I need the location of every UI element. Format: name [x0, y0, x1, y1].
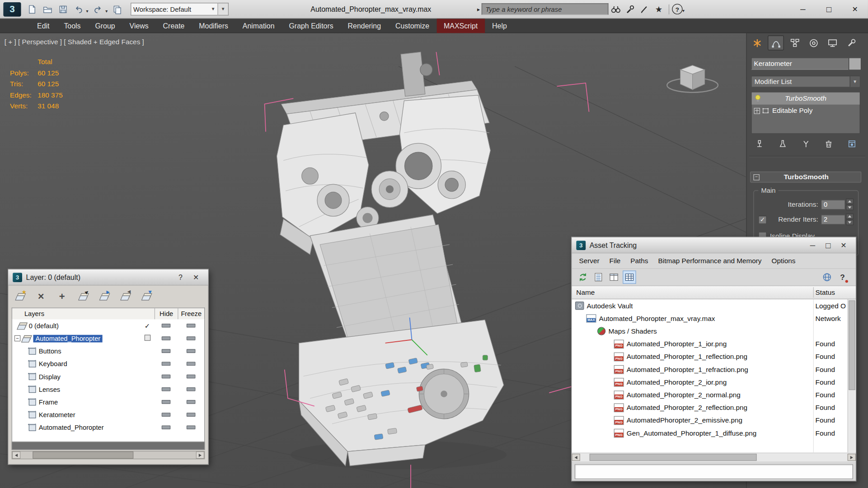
favorites-star-icon[interactable]: ★: [652, 3, 665, 15]
viewcube[interactable]: [662, 53, 723, 104]
minimize-button[interactable]: ─: [790, 0, 816, 18]
freeze-toggle[interactable]: [178, 413, 204, 417]
menu-server[interactable]: Server: [574, 257, 604, 265]
menu-item-animation[interactable]: Animation: [235, 19, 282, 33]
freeze-toggle[interactable]: [178, 362, 204, 366]
freeze-toggle[interactable]: [178, 375, 204, 379]
column-freeze[interactable]: Freeze: [178, 308, 204, 320]
open-file-icon[interactable]: [41, 3, 54, 16]
asset-table-header[interactable]: Name Status: [572, 285, 856, 299]
menu-item-modifiers[interactable]: Modifiers: [192, 19, 235, 33]
asset-row-map[interactable]: PNG Automated_Phoropter_1_reflection.png…: [572, 350, 856, 363]
layer-row-lenses[interactable]: Lenses: [12, 383, 204, 395]
object-name-field[interactable]: [751, 57, 849, 70]
asset-row-maxfile[interactable]: MAX Automated_Phoropter_max_vray.max Net…: [572, 312, 856, 325]
menu-item-create[interactable]: Create: [156, 19, 192, 33]
asset-row-vault[interactable]: Autodesk Vault Logged O: [572, 299, 856, 312]
add-selection-to-layer-icon[interactable]: +: [55, 289, 69, 304]
menu-bitmap-performance[interactable]: Bitmap Performance and Memory: [653, 257, 767, 265]
scroll-left-icon[interactable]: [12, 451, 20, 459]
scroll-right-icon[interactable]: [848, 454, 856, 461]
layer-horizontal-scrollbar[interactable]: [12, 451, 205, 459]
search-arrow-icon[interactable]: ▸: [477, 6, 480, 12]
undo-dropdown-icon[interactable]: ▼: [85, 9, 89, 14]
iterations-spin-up[interactable]: [846, 199, 854, 204]
freeze-unfreeze-layers-icon[interactable]: ▼: [139, 289, 154, 304]
render-iters-checkbox[interactable]: ✓: [758, 215, 766, 223]
3dsmax-logo-icon[interactable]: 3: [3, 2, 21, 16]
asset-row-map[interactable]: PNG Automated_Phoropter_2_ior.png Found: [572, 376, 856, 388]
create-new-layer-icon[interactable]: ★: [13, 289, 27, 304]
help-icon[interactable]: ? ▼: [672, 4, 686, 14]
asset-row-map[interactable]: PNG Gen_Automated_Phoropter_1_diffuse.pn…: [572, 427, 856, 439]
freeze-toggle[interactable]: [178, 387, 204, 391]
scroll-right-icon[interactable]: [196, 451, 204, 459]
object-color-swatch[interactable]: [849, 57, 861, 70]
hide-toggle[interactable]: [155, 324, 178, 328]
render-iters-spin-up[interactable]: [846, 214, 854, 219]
layer-row-display[interactable]: Display: [12, 370, 204, 383]
layer-row-buttons[interactable]: Buttons: [12, 345, 204, 358]
current-layer-box-icon[interactable]: [140, 335, 155, 342]
column-layers[interactable]: Layers: [12, 310, 155, 317]
hide-toggle[interactable]: [155, 400, 178, 404]
search-input[interactable]: [482, 3, 609, 15]
turbosmooth-rollout-header[interactable]: − TurboSmooth: [750, 172, 861, 183]
current-layer-check-icon[interactable]: ✓: [140, 322, 155, 330]
hide-toggle[interactable]: [155, 349, 178, 353]
asset-row-map[interactable]: PNG AutomatedPhoropter_2_emissive.png Fo…: [572, 414, 856, 427]
layer-row-keyboard[interactable]: Keyboard: [12, 358, 204, 370]
column-name[interactable]: Name: [572, 288, 595, 296]
asset-row-map[interactable]: PNG Automated_Phoropter_1_ior.png Found: [572, 338, 856, 350]
stack-expand-icon[interactable]: [754, 107, 760, 113]
asset-vertical-scrollbar[interactable]: [848, 299, 855, 452]
help-query-icon[interactable]: ?: [836, 270, 849, 284]
binoculars-icon[interactable]: [610, 3, 622, 15]
freeze-toggle[interactable]: [178, 425, 204, 429]
menu-item-rendering[interactable]: Rendering: [341, 19, 388, 33]
render-iters-spin-down[interactable]: [846, 220, 854, 225]
layer-row-keratometer[interactable]: Keratometer: [12, 408, 204, 421]
network-globe-icon[interactable]: [821, 270, 834, 284]
layer-row-default[interactable]: 0 (default) ✓: [12, 319, 204, 332]
menu-item-tools[interactable]: Tools: [56, 19, 88, 33]
menu-item-help[interactable]: Help: [485, 19, 514, 33]
motion-tab-icon[interactable]: [806, 35, 822, 50]
delete-highlighted-layers-icon[interactable]: ✕: [34, 289, 48, 304]
redo-icon[interactable]: [91, 3, 104, 16]
rollout-collapse-icon[interactable]: −: [753, 174, 759, 180]
details-view-icon[interactable]: [607, 270, 620, 284]
freeze-toggle[interactable]: [178, 349, 204, 353]
redo-dropdown-icon[interactable]: ▼: [104, 9, 108, 14]
menu-item-views[interactable]: Views: [122, 19, 156, 33]
display-tab-icon[interactable]: [824, 35, 840, 50]
iterations-field[interactable]: 0: [821, 200, 845, 209]
layer-dialog-titlebar[interactable]: 3 Layer: 0 (default) ? ✕: [8, 270, 208, 286]
layer-expand-icon[interactable]: −: [14, 335, 20, 341]
pin-stack-icon[interactable]: [751, 138, 768, 150]
close-button[interactable]: ✕: [842, 0, 868, 18]
layer-row-automated-phoropter[interactable]: − Automated_Phoropter: [12, 332, 204, 344]
hide-toggle[interactable]: [155, 413, 178, 417]
show-end-result-icon[interactable]: [774, 138, 791, 150]
configure-modifier-sets-icon[interactable]: [844, 138, 860, 150]
maximize-button[interactable]: □: [816, 0, 842, 18]
remove-modifier-icon[interactable]: [821, 138, 837, 150]
asset-row-map[interactable]: PNG Automated_Phoropter_2_reflection.png…: [572, 401, 856, 414]
render-iters-field[interactable]: 2: [821, 215, 845, 225]
workspace-options-button[interactable]: ▼: [218, 3, 229, 15]
menu-item-maxscript[interactable]: MAXScript: [436, 19, 485, 33]
freeze-toggle[interactable]: [178, 336, 204, 340]
menu-file[interactable]: File: [605, 257, 626, 265]
asset-horizontal-scrollbar[interactable]: [572, 453, 856, 462]
hide-toggle[interactable]: [155, 362, 178, 366]
undo-icon[interactable]: [72, 3, 85, 16]
save-file-icon[interactable]: [56, 3, 70, 16]
menu-item-group[interactable]: Group: [88, 19, 122, 33]
modify-tab-icon[interactable]: [768, 35, 784, 50]
wrench-icon[interactable]: [624, 3, 636, 15]
asset-tracking-close-button[interactable]: ✕: [836, 241, 851, 249]
menu-item-graph-editors[interactable]: Graph Editors: [282, 19, 341, 33]
asset-row-map[interactable]: PNG Automated_Phoropter_1_refraction.png…: [572, 363, 856, 376]
refresh-icon[interactable]: [576, 270, 589, 284]
